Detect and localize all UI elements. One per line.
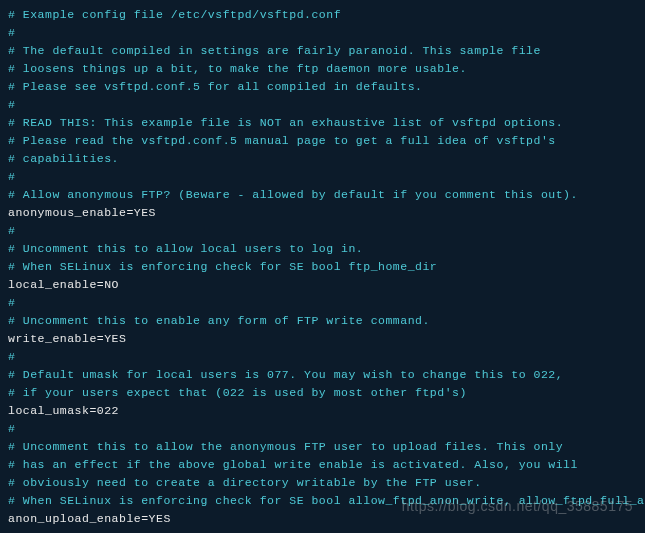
config-setting-line: local_umask=022 [8, 402, 637, 420]
comment-line: # READ THIS: This example file is NOT an… [8, 114, 637, 132]
comment-line: # [8, 420, 637, 438]
comment-line: # Uncomment this to enable any form of F… [8, 312, 637, 330]
comment-line: # Allow anonymous FTP? (Beware - allowed… [8, 186, 637, 204]
comment-line: # loosens things up a bit, to make the f… [8, 60, 637, 78]
comment-line: # obviously need to create a directory w… [8, 474, 637, 492]
comment-line: # Uncomment this to allow the anonymous … [8, 438, 637, 456]
comment-line: # When SELinux is enforcing check for SE… [8, 492, 637, 510]
comment-line: # Please read the vsftpd.conf.5 manual p… [8, 132, 637, 150]
config-file-editor[interactable]: # Example config file /etc/vsftpd/vsftpd… [8, 6, 637, 528]
config-setting-line: anon_upload_enable=YES [8, 510, 637, 528]
comment-line: # if your users expect that (022 is used… [8, 384, 637, 402]
comment-line: # has an effect if the above global writ… [8, 456, 637, 474]
config-setting-line: anonymous_enable=YES [8, 204, 637, 222]
comment-line: # Example config file /etc/vsftpd/vsftpd… [8, 6, 637, 24]
config-setting-line: local_enable=NO [8, 276, 637, 294]
comment-line: # [8, 24, 637, 42]
comment-line: # Uncomment this to allow local users to… [8, 240, 637, 258]
comment-line: # The default compiled in settings are f… [8, 42, 637, 60]
comment-line: # [8, 222, 637, 240]
comment-line: # [8, 348, 637, 366]
comment-line: # When SELinux is enforcing check for SE… [8, 258, 637, 276]
comment-line: # [8, 168, 637, 186]
comment-line: # capabilities. [8, 150, 637, 168]
comment-line: # Default umask for local users is 077. … [8, 366, 637, 384]
comment-line: # [8, 294, 637, 312]
comment-line: # Please see vsftpd.conf.5 for all compi… [8, 78, 637, 96]
comment-line: # [8, 96, 637, 114]
config-setting-line: write_enable=YES [8, 330, 637, 348]
